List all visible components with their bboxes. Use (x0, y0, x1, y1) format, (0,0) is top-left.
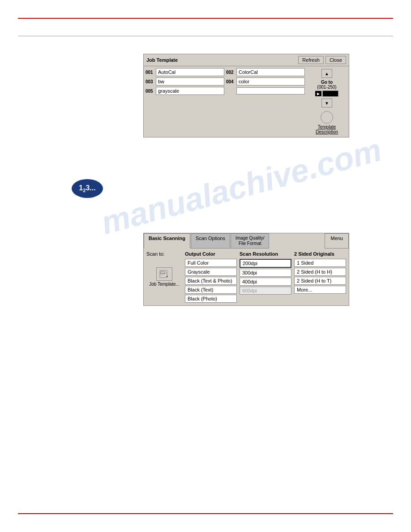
scan-body: Scan to: + Job Template... Output Color … (144, 249, 349, 305)
template-row-3: 005 grayscale (146, 87, 305, 95)
two-sided-originals-header: 2 Sided Originals (294, 251, 346, 257)
template-item-003: 003 bw (146, 77, 224, 86)
template-name-bw[interactable]: bw (156, 77, 224, 86)
output-color-column: Output Color Full Color Grayscale Black … (185, 251, 237, 303)
steps-oval: 123... (72, 179, 103, 198)
output-full-color[interactable]: Full Color (185, 259, 237, 267)
play-icon[interactable]: ▶ (315, 91, 321, 96)
watermark: manualachive.com (90, 131, 392, 241)
template-num-002: 002 (226, 70, 235, 75)
template-name-autocal[interactable]: AutoCal (156, 68, 224, 76)
menu-button[interactable]: Menu (325, 233, 349, 249)
template-name-colorcal[interactable]: ColorCal (236, 68, 305, 76)
close-button[interactable]: Close (325, 56, 346, 64)
scan-panel: Basic Scanning Scan Options Image Qualit… (143, 233, 349, 306)
scan-resolution-header: Scan Resolution (240, 251, 291, 257)
goto-range: (001-250) (315, 85, 338, 90)
sided-2-sided-ht[interactable]: 2 Sided (H to T) (294, 277, 346, 285)
sided-2-sided-hh[interactable]: 2 Sided (H to H) (294, 268, 346, 276)
output-black-text[interactable]: Black (Text) (185, 286, 237, 294)
sided-1-sided[interactable]: 1 Sided (294, 259, 346, 267)
goto-input[interactable] (322, 90, 338, 97)
template-item-empty (226, 87, 305, 95)
scan-to-label: Scan to: (146, 251, 164, 257)
scan-columns: Output Color Full Color Grayscale Black … (185, 251, 346, 303)
template-item-004: 004 color (226, 77, 305, 86)
job-template-label[interactable]: Job Template... (149, 282, 180, 287)
template-num-005: 005 (146, 89, 154, 94)
template-row-2: 003 bw 004 color (146, 77, 305, 86)
dialog-title: Job Template (146, 57, 296, 63)
template-description-button[interactable] (321, 111, 333, 124)
output-black-photo[interactable]: Black (Photo) (185, 295, 237, 303)
template-item-002: 002 ColorCal (226, 68, 305, 76)
template-num-004: 004 (226, 79, 235, 84)
job-template-svg: + (159, 270, 170, 279)
tab-basic-scanning[interactable]: Basic Scanning (144, 233, 190, 249)
two-sided-originals-column: 2 Sided Originals 1 Sided 2 Sided (H to … (294, 251, 346, 303)
scroll-down-button[interactable]: ▼ (321, 99, 332, 107)
right-panel: ▲ Go to (001-250) ▶ ▼ TemplateDescriptio… (307, 68, 347, 135)
template-num-001: 001 (146, 70, 154, 75)
scroll-up-button[interactable]: ▲ (321, 69, 332, 78)
template-description-label[interactable]: TemplateDescription (316, 124, 338, 134)
bottom-red-line (18, 513, 393, 514)
resolution-400dpi[interactable]: 400dpi (240, 278, 291, 286)
sided-more[interactable]: More... (294, 286, 346, 294)
scan-resolution-column: Scan Resolution 200dpi 300dpi 400dpi 600… (240, 251, 291, 303)
template-num-003: 003 (146, 79, 154, 84)
scan-tabs: Basic Scanning Scan Options Image Qualit… (144, 233, 349, 249)
resolution-600dpi: 600dpi (240, 287, 291, 295)
template-name-color[interactable]: color (236, 77, 305, 86)
templates-area: 001 AutoCal 002 ColorCal 003 bw 004 colo… (146, 68, 305, 135)
top-separator (18, 36, 393, 36)
tab-image-quality[interactable]: Image Quality/File Format (231, 233, 269, 249)
dialog-header: Job Template Refresh Close (144, 54, 349, 66)
template-item-001: 001 AutoCal (146, 68, 224, 76)
output-black-text-photo[interactable]: Black (Text & Photo) (185, 277, 237, 285)
steps-icon: 123... (72, 179, 103, 198)
resolution-300dpi[interactable]: 300dpi (240, 269, 291, 277)
template-name-grayscale[interactable]: grayscale (156, 87, 224, 95)
resolution-200dpi[interactable]: 200dpi (240, 259, 291, 268)
job-template-dialog: Job Template Refresh Close 001 AutoCal 0… (143, 54, 349, 137)
scan-left: Scan to: + Job Template... (146, 251, 182, 303)
svg-text:+: + (166, 275, 168, 279)
dialog-body: 001 AutoCal 002 ColorCal 003 bw 004 colo… (144, 66, 349, 137)
steps-text: 123... (79, 184, 95, 193)
tab-scan-options[interactable]: Scan Options (191, 233, 230, 249)
template-row-1: 001 AutoCal 002 ColorCal (146, 68, 305, 76)
output-grayscale[interactable]: Grayscale (185, 268, 237, 276)
template-name-empty (236, 87, 305, 94)
template-item-005: 005 grayscale (146, 87, 224, 95)
job-template-icon[interactable]: + (156, 267, 172, 281)
refresh-button[interactable]: Refresh (298, 56, 324, 64)
goto-label: Go to (315, 80, 338, 85)
svg-rect-1 (161, 271, 164, 274)
top-red-line (18, 18, 393, 19)
goto-section: Go to (001-250) ▶ (315, 80, 338, 97)
output-color-header: Output Color (185, 251, 237, 257)
